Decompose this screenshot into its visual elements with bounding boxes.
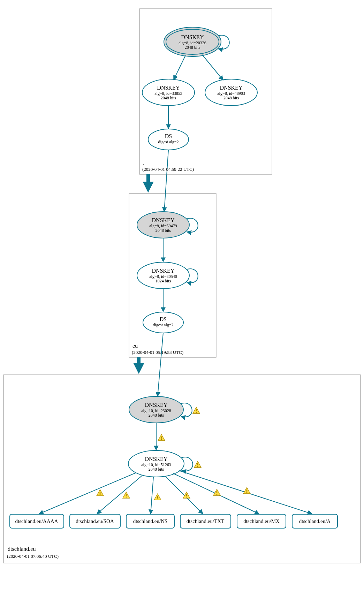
warning-icon xyxy=(243,487,250,494)
zone-time-eu: (2020-04-01 05:19:53 UTC) xyxy=(132,350,183,355)
rrset-boxes: dtschland.eu/AAAA dtschland.eu/SOA dtsch… xyxy=(10,514,338,528)
svg-text:dtschland.eu/TXT: dtschland.eu/TXT xyxy=(187,518,225,524)
svg-text:alg=10, id=51263: alg=10, id=51263 xyxy=(141,462,171,467)
edge-eu-ds-to-domain-ksk xyxy=(158,333,163,396)
edge-zsk-to-ns xyxy=(151,477,153,514)
zone-label-eu: eu xyxy=(132,343,138,349)
warning-icon xyxy=(194,461,201,468)
warning-icon xyxy=(97,489,104,496)
svg-text:DNSKEY: DNSKEY xyxy=(181,34,204,40)
warning-icon xyxy=(123,492,130,498)
edge-root-ksk-to-33853 xyxy=(174,55,185,80)
edge-zsk-to-txt xyxy=(165,476,203,514)
node-eu-dnskey-ksk: DNSKEY alg=8, id=59479 2048 bits xyxy=(137,212,189,238)
svg-text:dtschland.eu/AAAA: dtschland.eu/AAAA xyxy=(15,518,58,524)
zone-time-root: (2020-04-01 04:59:22 UTC) xyxy=(142,167,194,172)
node-domain-dnskey-zsk: DNSKEY alg=10, id=51263 2048 bits xyxy=(128,450,184,477)
zone-label-root: . xyxy=(143,160,144,166)
svg-text:DNSKEY: DNSKEY xyxy=(152,268,175,274)
svg-text:DS: DS xyxy=(165,133,172,139)
node-root-dnskey-ksk: DNSKEY alg=8, id=20326 2048 bits xyxy=(164,27,221,56)
svg-text:2048 bits: 2048 bits xyxy=(185,45,200,50)
edge-root-ksk-to-48903 xyxy=(202,55,223,80)
svg-text:dtschland.eu/SOA: dtschland.eu/SOA xyxy=(76,518,114,524)
svg-text:DNSKEY: DNSKEY xyxy=(145,456,168,462)
node-root-dnskey-33853: DNSKEY alg=8, id=33853 2048 bits xyxy=(142,79,195,106)
warning-icon xyxy=(193,407,200,413)
node-eu-dnskey-zsk: DNSKEY alg=8, id=30540 1024 bits xyxy=(137,262,189,289)
node-eu-ds: DS digest alg=2 xyxy=(143,312,183,333)
node-domain-dnskey-ksk: DNSKEY alg=10, id=23028 2048 bits xyxy=(129,396,183,423)
svg-text:2048 bits: 2048 bits xyxy=(161,96,176,100)
svg-text:DNSKEY: DNSKEY xyxy=(145,402,168,408)
svg-text:2048 bits: 2048 bits xyxy=(156,228,171,233)
svg-text:alg=10, id=23028: alg=10, id=23028 xyxy=(141,408,171,413)
warning-icon xyxy=(158,434,165,441)
dnssec-diagram: . (2020-04-01 04:59:22 UTC) DNSKEY alg=8… xyxy=(0,0,364,600)
svg-text:dtschland.eu/NS: dtschland.eu/NS xyxy=(133,518,168,524)
svg-text:digest alg=2: digest alg=2 xyxy=(153,322,173,327)
svg-text:alg=8, id=30540: alg=8, id=30540 xyxy=(149,274,177,279)
warning-icon xyxy=(213,489,220,495)
svg-text:dtschland.eu/MX: dtschland.eu/MX xyxy=(243,518,280,524)
svg-text:alg=8, id=59479: alg=8, id=59479 xyxy=(149,223,177,228)
svg-text:DNSKEY: DNSKEY xyxy=(152,217,175,223)
svg-text:DS: DS xyxy=(160,316,167,322)
zone-time-domain: (2020-04-01 07:06:40 UTC) xyxy=(7,554,59,559)
zone-label-domain: dtschland.eu xyxy=(8,546,36,552)
warning-icon xyxy=(154,494,161,500)
svg-text:1024 bits: 1024 bits xyxy=(156,279,171,283)
svg-text:2048 bits: 2048 bits xyxy=(149,413,164,418)
svg-text:alg=8, id=48903: alg=8, id=48903 xyxy=(217,91,245,96)
node-root-ds: DS digest alg=2 xyxy=(148,129,189,150)
svg-text:digest alg=2: digest alg=2 xyxy=(158,139,179,144)
svg-text:DNSKEY: DNSKEY xyxy=(157,85,180,91)
node-root-dnskey-48903: DNSKEY alg=8, id=48903 2048 bits xyxy=(205,79,257,106)
svg-text:alg=8, id=20326: alg=8, id=20326 xyxy=(179,40,206,45)
edge-zsk-to-soa xyxy=(97,475,143,514)
svg-text:2048 bits: 2048 bits xyxy=(149,467,164,472)
svg-text:DNSKEY: DNSKEY xyxy=(220,85,243,91)
svg-text:2048 bits: 2048 bits xyxy=(223,96,239,100)
edge-root-ds-to-eu-ksk xyxy=(164,150,168,212)
svg-text:alg=8, id=33853: alg=8, id=33853 xyxy=(154,91,182,96)
svg-text:dtschland.eu/A: dtschland.eu/A xyxy=(299,518,331,524)
